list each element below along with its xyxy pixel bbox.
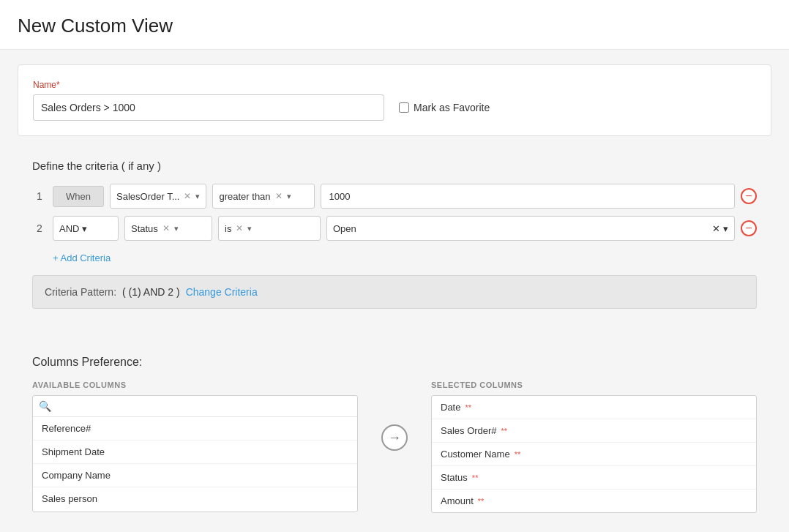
selected-col-item[interactable]: Sales Order# ** xyxy=(432,419,756,443)
selected-col-item[interactable]: Customer Name ** xyxy=(432,443,756,466)
operator-select-2-arrow[interactable]: ▾ xyxy=(247,224,252,233)
selected-col-name: Sales Order# xyxy=(441,425,497,436)
operator-select-1-value: greater than xyxy=(219,191,270,202)
required-star: ** xyxy=(515,450,521,459)
and-select-2-arrow[interactable]: ▾ xyxy=(82,223,87,234)
available-columns-title: AVAILABLE COLUMNS xyxy=(32,381,358,389)
operator-select-2-value: is xyxy=(225,223,231,234)
field-select-1-clear[interactable]: ✕ xyxy=(182,191,192,201)
criteria-section: Define the criteria ( if any ) 1 When Sa… xyxy=(18,148,771,332)
page-header: New Custom View xyxy=(0,0,789,50)
operator-select-2[interactable]: is ✕ ▾ xyxy=(218,216,321,241)
pattern-label: Criteria Pattern: xyxy=(45,286,116,298)
favorite-label[interactable]: Mark as Favorite xyxy=(414,102,490,113)
value-input-1[interactable] xyxy=(321,184,735,209)
criteria-num-2: 2 xyxy=(32,222,47,234)
operator-select-1[interactable]: greater than ✕ ▾ xyxy=(212,184,315,209)
columns-search-input[interactable] xyxy=(56,401,351,412)
transfer-icon: → xyxy=(388,430,401,446)
selected-col-name: Amount xyxy=(441,495,474,506)
remove-criteria-1[interactable]: − xyxy=(741,188,757,204)
field-select-2-arrow[interactable]: ▾ xyxy=(174,224,179,233)
criteria-row-2: 2 AND ▾ Status ✕ ▾ is ✕ ▾ Open ✕ ▾ xyxy=(32,216,757,241)
required-star: ** xyxy=(501,427,508,435)
selected-col-item[interactable]: Status ** xyxy=(432,466,756,490)
selected-columns-title: SELECTED COLUMNS xyxy=(431,381,757,389)
selected-col-name: Customer Name xyxy=(441,449,510,460)
available-columns-panel: AVAILABLE COLUMNS 🔍 Reference# Shipment … xyxy=(32,381,358,512)
page-content: Name* Mark as Favorite Define the criter… xyxy=(0,50,789,532)
name-input[interactable] xyxy=(33,94,384,121)
value-select-2-clear[interactable]: ✕ xyxy=(712,223,720,234)
field-select-1-value: SalesOrder T... xyxy=(116,191,179,202)
criteria-pattern-bar: Criteria Pattern: ( (1) AND 2 ) Change C… xyxy=(32,275,757,309)
name-row: Mark as Favorite xyxy=(33,94,756,121)
operator-select-2-clear[interactable]: ✕ xyxy=(234,223,244,233)
name-label: Name* xyxy=(33,80,756,90)
columns-section: Columns Preference: AVAILABLE COLUMNS 🔍 … xyxy=(18,344,771,525)
value-select-2[interactable]: Open ✕ ▾ xyxy=(326,216,735,241)
field-select-2-clear[interactable]: ✕ xyxy=(161,223,171,233)
and-select-2-value: AND xyxy=(59,223,79,234)
criteria-title: Define the criteria ( if any ) xyxy=(32,160,757,172)
selected-col-name: Status xyxy=(441,472,468,483)
value-select-2-arrow[interactable]: ▾ xyxy=(723,223,728,234)
list-item[interactable]: Sales person xyxy=(33,487,357,510)
selected-col-item[interactable]: Date ** xyxy=(432,396,756,419)
remove-criteria-2[interactable]: − xyxy=(741,220,757,236)
field-select-2-value: Status xyxy=(131,223,158,234)
value-select-2-value: Open xyxy=(333,223,356,234)
criteria-num-1: 1 xyxy=(32,190,47,202)
list-item[interactable]: Company Name xyxy=(33,464,357,487)
list-item[interactable]: Shipment Date xyxy=(33,441,357,464)
criteria-row-1: 1 When SalesOrder T... ✕ ▾ greater than … xyxy=(32,184,757,209)
search-icon: 🔍 xyxy=(39,400,51,412)
search-row: 🔍 xyxy=(33,396,357,417)
transfer-button[interactable]: → xyxy=(381,424,408,451)
change-criteria-link[interactable]: Change Criteria xyxy=(186,286,258,298)
columns-layout: AVAILABLE COLUMNS 🔍 Reference# Shipment … xyxy=(32,381,757,513)
required-star: ** xyxy=(472,473,479,482)
field-select-1[interactable]: SalesOrder T... ✕ ▾ xyxy=(110,184,206,209)
selected-col-name: Date xyxy=(441,402,460,413)
operator-select-1-clear[interactable]: ✕ xyxy=(274,191,284,201)
field-select-1-arrow[interactable]: ▾ xyxy=(195,192,200,201)
required-star: ** xyxy=(465,403,471,412)
pattern-value: ( (1) AND 2 ) xyxy=(122,286,180,298)
and-select-2[interactable]: AND ▾ xyxy=(53,216,119,241)
page-title: New Custom View xyxy=(18,15,771,37)
operator-select-1-arrow[interactable]: ▾ xyxy=(287,192,291,201)
list-item[interactable]: Reference# xyxy=(33,417,357,441)
favorite-wrapper: Mark as Favorite xyxy=(399,102,490,113)
selected-columns-panel: SELECTED COLUMNS Date ** Sales Order# **… xyxy=(431,381,757,513)
when-badge: When xyxy=(53,186,104,207)
add-criteria-link[interactable]: + Add Criteria xyxy=(53,252,111,263)
available-columns-box: 🔍 Reference# Shipment Date Company Name … xyxy=(32,395,358,512)
favorite-checkbox[interactable] xyxy=(399,102,409,113)
selected-col-item[interactable]: Amount ** xyxy=(432,490,756,512)
field-select-2[interactable]: Status ✕ ▾ xyxy=(124,216,212,241)
transfer-btn-area: → xyxy=(373,424,416,451)
selected-columns-box: Date ** Sales Order# ** Customer Name **… xyxy=(431,395,757,513)
columns-title: Columns Preference: xyxy=(32,356,757,369)
required-star: ** xyxy=(478,497,485,506)
name-section: Name* Mark as Favorite xyxy=(18,64,771,136)
